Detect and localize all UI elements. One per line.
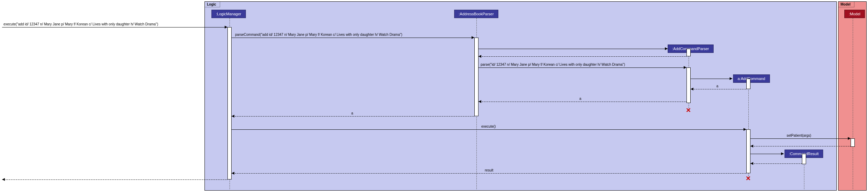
destroy-add-command-parser: ✕: [686, 107, 691, 113]
label-execute2: execute(): [481, 125, 496, 128]
arrow-execute: [225, 26, 227, 29]
participant-model: :Model: [844, 10, 865, 18]
activation-address-book-parser: [474, 38, 479, 116]
label-return-result: result: [485, 168, 493, 172]
destroy-add-command: ✕: [746, 175, 751, 182]
label-parse-command: parseCommand("add id/ 12347 n/ Mary Jane…: [235, 33, 402, 37]
label-execute: execute("add id/ 12347 n/ Mary Jane p/ M…: [3, 22, 158, 26]
activation-logic-manager: [227, 27, 232, 179]
msg-return-a2: [479, 102, 686, 102]
arrow-set-patient-return: [750, 145, 753, 147]
arrow-final-return: [2, 178, 5, 181]
arrow-create-result: [781, 152, 784, 155]
msg-execute: [2, 27, 227, 27]
activation-command-result: [802, 154, 806, 164]
arrow-parse-command: [472, 36, 474, 39]
arrow-return-a1: [691, 88, 693, 90]
arrow-create-result-return: [750, 162, 753, 165]
label-return-a1: a: [716, 84, 718, 88]
arrow-set-patient: [848, 137, 851, 140]
activation-add-command-1: [746, 79, 750, 89]
model-frame-label: Model: [838, 2, 854, 7]
msg-return-a3: [232, 116, 474, 117]
participant-address-book-parser: :AddressBookParser: [454, 10, 498, 18]
logic-frame: Logic: [204, 1, 837, 191]
activation-model: [851, 138, 855, 147]
msg-set-patient: [750, 138, 851, 139]
arrow-return-a2: [479, 100, 481, 103]
arrow-create-addcmd: [730, 77, 732, 80]
lifeline-model: [853, 18, 853, 189]
msg-create-parser: [479, 49, 668, 49]
msg-create-addcmd: [691, 79, 732, 79]
logic-frame-label: Logic: [205, 2, 220, 7]
msg-create-parser-return: [479, 56, 686, 57]
msg-create-result: [750, 154, 784, 154]
msg-set-patient-return: [750, 146, 851, 146]
label-return-a3: a: [351, 111, 353, 115]
participant-add-command: a:AddCommand: [733, 74, 770, 83]
msg-parse: [479, 67, 686, 68]
activation-add-command-parser-1: [686, 49, 691, 56]
label-return-a2: a: [579, 97, 581, 101]
activation-add-command-2: [746, 129, 750, 173]
arrow-parse: [684, 66, 686, 69]
model-frame: Model: [838, 1, 867, 191]
label-set-patient: setPatient(args): [787, 134, 811, 137]
participant-logic-manager: :LogicManager: [211, 10, 246, 18]
msg-create-result-return: [750, 163, 802, 164]
arrow-return-result: [232, 172, 234, 175]
msg-return-result: [232, 173, 746, 174]
msg-return-a1: [691, 89, 746, 89]
arrow-create-parser-return: [479, 55, 481, 58]
arrow-return-a3: [232, 115, 234, 118]
msg-final-return: [2, 179, 227, 180]
arrow-execute2: [744, 128, 746, 131]
msg-parse-command: [232, 38, 474, 38]
msg-execute2: [232, 129, 746, 130]
activation-add-command-parser-2: [686, 67, 691, 103]
label-parse: parse("id/ 12347 n/ Mary Jane p/ Mary f/…: [481, 63, 625, 66]
arrow-create-parser: [665, 47, 668, 50]
